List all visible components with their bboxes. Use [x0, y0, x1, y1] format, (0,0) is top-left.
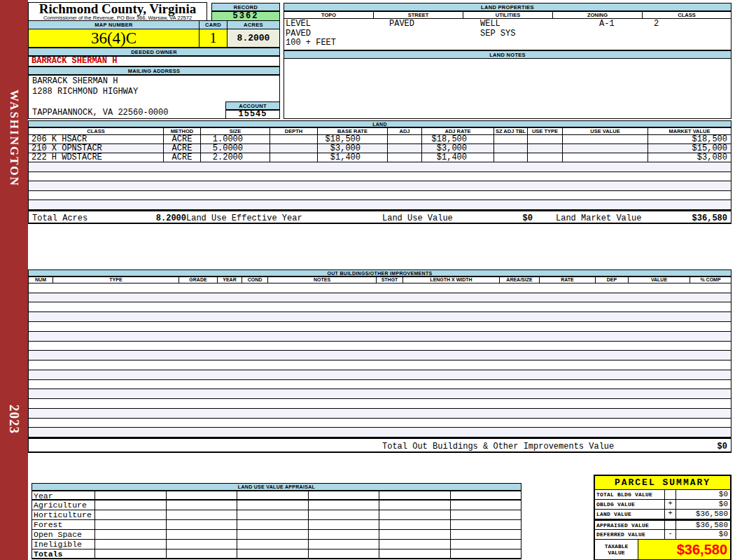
land-market-value: $36,580 — [692, 214, 727, 223]
land-properties-values: LEVEL PAVED 100 + FEET PAVED WELL SEP SY… — [284, 19, 732, 50]
property-record-card: WASHINGTON 2023 Richmond County, Virgini… — [0, 0, 735, 560]
account-value: 15545 — [225, 110, 280, 119]
col-sthgt: STHGT — [377, 277, 403, 283]
land-row-1: 206 K HSACR ACRE 1.0000 $18,500 $18,500 … — [28, 135, 732, 144]
col-street: STREET — [374, 12, 463, 18]
lua-row-open-space: Open Space — [31, 530, 522, 540]
land-market-value-label: Land Market Value — [556, 214, 641, 223]
land-properties-columns: TOPO STREET UTILITIES ZONING CLASS — [284, 11, 732, 19]
out-buildings-total-row: Total Out Buildings & Other Improvements… — [28, 438, 732, 453]
col-method: METHOD — [164, 128, 201, 134]
col-size: SIZE — [201, 128, 270, 134]
col-cond: COND — [242, 277, 268, 283]
class-value: 2 — [654, 20, 659, 29]
map-number-value: 36(4)C — [28, 29, 200, 48]
land-table-columns: CLASS METHOD SIZE DEPTH BASE RATE ADJ AD… — [28, 127, 732, 135]
land-use-appraisal-header: LAND USE VALUE APPRAISAL — [31, 483, 522, 491]
out-buildings-total-label: Total Out Buildings & Other Improvements… — [382, 442, 614, 451]
taxable-value-label: TAXABLE VALUE — [595, 540, 638, 559]
mailing-address-header: MAILING ADDRESS — [28, 66, 280, 75]
street-value: PAVED — [389, 20, 414, 29]
land-table-header: LAND — [28, 120, 732, 127]
deeded-owner-value: BARRACK SHERMAN H — [28, 56, 280, 66]
col-topo: TOPO — [284, 12, 374, 18]
land-empty-rows — [28, 162, 732, 210]
col-depth: DEPTH — [270, 128, 318, 134]
land-use-effective-year-label: Land Use Effective Year — [186, 214, 302, 223]
land-row-3: 222 H WDSTACRE ACRE 2.2000 $1,400 $1,400… — [28, 153, 732, 162]
district-year-sidebar: WASHINGTON 2023 — [0, 0, 28, 560]
land-use-value: $0 — [484, 214, 533, 223]
lua-row-totals: Totals — [31, 550, 522, 559]
card-value: 1 — [199, 29, 227, 48]
deeded-owner-header: DEEDED OWNER — [28, 48, 280, 56]
col-adj: ADJ — [388, 128, 422, 134]
parcel-summary-title: PARCEL SUMMARY — [595, 476, 730, 490]
lua-row-year: Year — [31, 491, 522, 500]
col-utilities: UTILITIES — [463, 12, 553, 18]
total-acres-value: 8.2000 — [141, 214, 186, 223]
out-buildings-header: OUT BUILDINGS/OTHER IMPROVEMENTS — [28, 270, 732, 276]
out-buildings-empty-rows — [28, 284, 732, 438]
county-header: Richmond County, Virginia Commissioner o… — [28, 2, 207, 21]
land-use-appraisal-table: Year Agriculture Horticulture Forest Ope… — [31, 491, 522, 559]
col-length-width: LENGTH X WIDTH — [403, 277, 500, 283]
lua-row-forest: Forest — [31, 520, 522, 530]
col-year: YEAR — [218, 277, 242, 283]
col-notes: NOTES — [268, 277, 377, 283]
out-buildings-total-value: $0 — [718, 442, 727, 451]
ps-row-total-bldg: TOTAL BLDG VALUE $0 — [595, 490, 730, 500]
col-rate: RATE — [540, 277, 596, 283]
acres-value: 8.2000 — [227, 29, 280, 48]
out-buildings-columns: NUM TYPE GRADE YEAR COND NOTES STHGT LEN… — [28, 276, 732, 284]
land-notes-header: LAND NOTES — [284, 50, 732, 59]
col-sz-adj-tbl: SZ ADJ TBL — [494, 128, 528, 134]
col-use-type: USE TYPE — [528, 128, 563, 134]
col-class: CLASS — [29, 128, 164, 134]
land-properties-header: LAND PROPERTIES — [284, 3, 732, 11]
land-use-value-label: Land Use Value — [382, 214, 453, 223]
col-value: VALUE — [629, 277, 690, 283]
col-grade: GRADE — [179, 277, 218, 283]
col-zoning: ZONING — [553, 12, 643, 18]
col-type: TYPE — [53, 277, 179, 283]
col-class: CLASS — [643, 12, 731, 18]
land-totals-row: Total Acres 8.2000 Land Use Effective Ye… — [28, 210, 732, 224]
lua-row-ineligible: Ineligible — [31, 540, 522, 550]
col-num: NUM — [29, 277, 53, 283]
land-notes-box — [284, 59, 732, 119]
col-pct-comp: % COMP — [690, 277, 731, 283]
ps-row-deferred: DEFERRED VALUE - $0 — [595, 530, 730, 539]
col-value-dep: DEP — [596, 277, 629, 283]
col-base-rate: BASE RATE — [318, 128, 388, 134]
utilities-values: WELL SEP SYS — [480, 20, 515, 38]
ps-row-appraised: APPRAISED VALUE $36,580 — [595, 519, 730, 530]
tax-year-label: 2023 — [6, 405, 22, 434]
land-row-2: 210 X OPNSTACR ACRE 5.0000 $3,000 $3,000… — [28, 144, 732, 153]
district-label: WASHINGTON — [7, 90, 21, 187]
col-adj-rate: ADJ RATE — [422, 128, 494, 134]
mailing-line-2: 1288 RICHMOND HIGHWAY — [32, 88, 279, 97]
ps-row-land-value: LAND VALUE + $36,580 — [595, 510, 730, 519]
col-use-value: USE VALUE — [563, 128, 648, 134]
parcel-summary: PARCEL SUMMARY TOTAL BLDG VALUE $0 OBLDG… — [594, 475, 732, 560]
taxable-value: $36,580 — [638, 540, 730, 559]
total-acres-label: Total Acres — [32, 214, 88, 223]
col-market-value: MARKET VALUE — [648, 128, 731, 134]
record-header: RECORD — [211, 3, 280, 11]
ps-row-obldg: OBLDG VALUE + $0 — [595, 500, 730, 510]
record-value: 5362 — [211, 11, 280, 21]
lua-row-horticulture: Horticulture — [31, 510, 522, 520]
ps-row-taxable: TAXABLE VALUE $36,580 — [595, 539, 730, 559]
col-area-size: AREA/SIZE — [500, 277, 540, 283]
mailing-line-1: BARRACK SHERMAN H — [32, 77, 279, 86]
lua-row-agriculture: Agriculture — [31, 500, 522, 510]
topo-values: LEVEL PAVED 100 + FEET — [286, 20, 336, 48]
county-title: Richmond County, Virginia — [29, 3, 206, 15]
zoning-value: A-1 — [599, 20, 615, 29]
